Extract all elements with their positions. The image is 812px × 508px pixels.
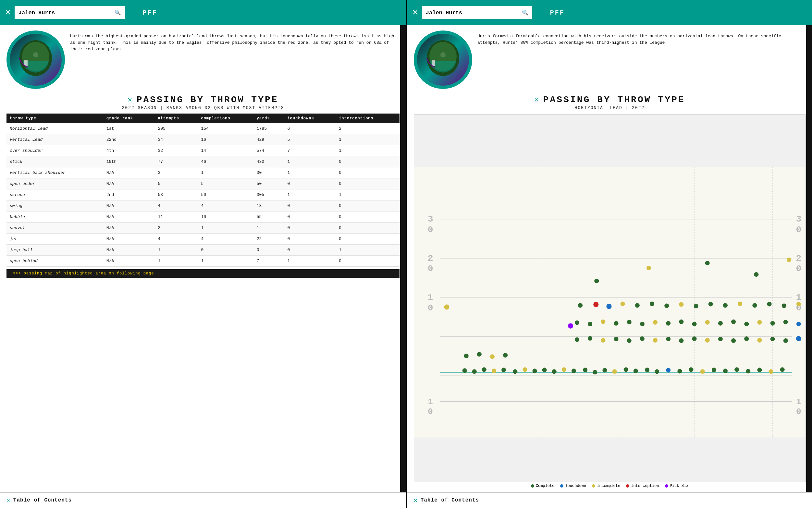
svg-point-95 <box>679 302 684 307</box>
table-row: open underN/A555000 <box>6 178 400 189</box>
svg-point-84 <box>757 320 762 325</box>
svg-point-123 <box>594 279 599 283</box>
left-section-subtitle: 2022 SEASON | RANKS AMONG 32 QBs WITH MO… <box>122 105 284 110</box>
svg-text:1: 1 <box>796 397 801 407</box>
col-completions: completions <box>198 114 253 123</box>
svg-point-116 <box>731 338 736 343</box>
legend-interception: Interception <box>626 484 659 488</box>
table-row: jump ballN/A10001 <box>6 245 400 256</box>
col-grade-rank: grade rank <box>103 114 155 123</box>
right-close-icon[interactable]: ✕ <box>412 8 418 17</box>
table-cell: 1 <box>284 256 336 267</box>
svg-point-87 <box>797 322 801 326</box>
table-row: vertical lead22nd341642951 <box>6 134 400 145</box>
table-cell: vertical back shoulder <box>6 167 103 178</box>
table-cell: 0 <box>335 156 400 167</box>
table-cell: 0 <box>335 167 400 178</box>
right-toc-bar[interactable]: ✕ Table of Contents <box>407 492 812 508</box>
svg-point-80 <box>705 320 710 325</box>
table-cell: N/A <box>103 222 155 234</box>
svg-point-55 <box>677 369 682 373</box>
svg-point-109 <box>640 336 645 341</box>
left-toc-bar[interactable]: ✕ Table of Contents <box>0 492 406 508</box>
search-bar: Jalen Hurts 🔍 <box>14 6 125 19</box>
table-cell: 46 <box>198 156 253 167</box>
toc-icon: ✕ <box>6 497 10 504</box>
table-cell: 574 <box>253 145 284 156</box>
svg-point-92 <box>635 303 640 308</box>
table-cell: N/A <box>103 245 155 256</box>
table-cell: N/A <box>103 178 155 189</box>
incomplete-dot <box>592 484 595 488</box>
table-cell: 1 <box>335 245 400 256</box>
search-icon[interactable]: 🔍 <box>115 9 121 16</box>
svg-point-68 <box>490 354 495 359</box>
table-cell: 0 <box>335 212 400 222</box>
svg-point-83 <box>744 322 749 326</box>
svg-point-103 <box>797 302 801 306</box>
svg-point-93 <box>650 301 654 306</box>
table-row: screen2nd535030511 <box>6 189 400 201</box>
table-row: jetN/A442200 <box>6 234 400 245</box>
svg-point-119 <box>770 337 775 341</box>
svg-point-39 <box>513 369 517 374</box>
table-cell: 429 <box>253 134 284 145</box>
right-divider: | <box>537 9 541 16</box>
svg-point-50 <box>624 367 628 372</box>
svg-point-47 <box>593 370 597 374</box>
svg-point-99 <box>738 301 742 306</box>
table-row: vertical back shoulderN/A313010 <box>6 167 400 178</box>
table-cell: 7 <box>253 256 284 267</box>
table-cell: 1 <box>253 222 284 234</box>
pff-logo: PFF <box>139 9 157 16</box>
table-body: horizontal lead1st205154178562vertical l… <box>6 123 400 267</box>
svg-point-96 <box>694 304 698 308</box>
right-search-icon[interactable]: 🔍 <box>522 9 528 16</box>
svg-text:0: 0 <box>796 264 801 274</box>
svg-point-62 <box>757 368 762 372</box>
table-row: open behindN/A11710 <box>6 256 400 267</box>
svg-text:0: 0 <box>428 303 433 313</box>
table-row: stick19th774643010 <box>6 156 400 167</box>
table-cell: 22 <box>253 234 284 245</box>
svg-point-76 <box>653 320 657 325</box>
svg-point-36 <box>482 367 486 372</box>
svg-point-79 <box>692 322 697 326</box>
col-interceptions: interceptions <box>335 114 400 123</box>
svg-point-73 <box>614 321 618 326</box>
table-cell: 1st <box>103 123 155 134</box>
svg-point-69 <box>503 353 508 357</box>
table-cell: 7 <box>284 145 336 156</box>
svg-text:0: 0 <box>428 225 433 235</box>
svg-point-98 <box>723 303 728 308</box>
svg-point-94 <box>664 304 669 308</box>
stats-table: throw type grade rank attempts completio… <box>6 114 400 267</box>
table-cell: 5 <box>198 178 253 189</box>
svg-point-71 <box>588 322 592 326</box>
table-cell: 1 <box>198 256 253 267</box>
legend-complete: Complete <box>531 484 555 488</box>
col-touchdowns: touchdowns <box>284 114 336 123</box>
svg-point-51 <box>634 369 638 373</box>
table-cell: 0 <box>335 222 400 234</box>
table-cell: vertical lead <box>6 134 103 145</box>
table-cell: 0 <box>335 201 400 212</box>
close-icon[interactable]: ✕ <box>5 8 11 17</box>
svg-point-126 <box>754 272 759 277</box>
table-cell: N/A <box>103 212 155 222</box>
table-cell: 4th <box>103 145 155 156</box>
right-section-title: ✕ PASSING BY THROW TYPE <box>534 95 685 105</box>
black-side-bar <box>400 25 406 492</box>
legend-incomplete: Incomplete <box>592 484 620 488</box>
svg-point-5 <box>440 52 446 57</box>
svg-text:1: 1 <box>428 397 433 407</box>
svg-point-42 <box>542 368 547 372</box>
table-cell: 10 <box>198 212 253 222</box>
right-toc-label: Table of Contents <box>420 497 479 503</box>
table-cell: 0 <box>284 245 336 256</box>
svg-text:0: 0 <box>796 407 801 417</box>
table-cell: 1785 <box>253 123 284 134</box>
right-toc-icon: ✕ <box>414 497 417 504</box>
touchdown-dot <box>560 484 563 488</box>
svg-point-40 <box>523 367 527 372</box>
